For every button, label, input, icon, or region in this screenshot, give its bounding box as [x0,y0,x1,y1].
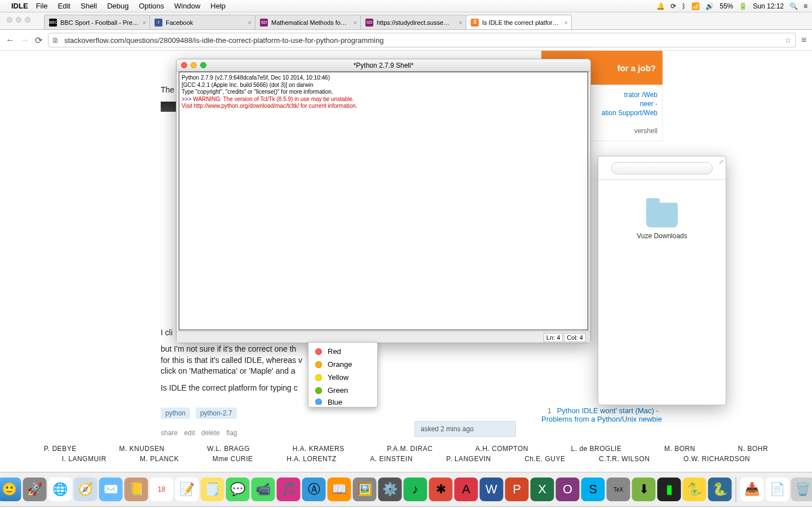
tab-stackoverflow[interactable]: ≣Is IDLE the correct platfor…× [466,15,572,29]
fullscreen-icon[interactable]: ⤢ [719,159,723,165]
finder-icon[interactable]: 🙂 [0,478,21,501]
menu-button[interactable]: ≡ [801,35,806,45]
python-icon[interactable]: 🐍 [708,478,732,501]
tag-list: python python-2.7 [161,408,522,419]
messages-icon[interactable]: 💬 [226,478,250,501]
battery-percent[interactable]: 55% [720,2,733,10]
color-red[interactable]: Red [308,345,377,358]
powerpoint-icon[interactable]: P [505,478,529,501]
related-count: 1 [541,406,551,415]
spotlight-icon[interactable]: 🔍 [789,2,798,10]
close-button[interactable] [7,17,12,23]
minimize-button[interactable] [16,17,21,23]
calendar-icon[interactable]: 18 [150,478,174,501]
delete-link[interactable]: delete [201,429,220,437]
tab-facebook[interactable]: fFacebook× [149,15,255,29]
menu-file[interactable]: File [36,2,48,10]
back-button[interactable]: ← [6,35,15,45]
edit-link[interactable]: edit [184,429,195,437]
color-yellow[interactable]: Yellow [308,371,377,384]
wifi-icon[interactable]: 📶 [691,2,700,10]
flag-link[interactable]: flag [226,429,237,437]
close-tab-icon[interactable]: × [564,19,568,26]
tab-studydirect-2[interactable]: SDhttps://studydirect.susse…× [360,15,466,29]
preview-icon[interactable]: 🖼️ [353,478,377,501]
tab-bbc[interactable]: BBCBBC Sport - Football - Pre…× [44,15,150,29]
volume-icon[interactable]: 🔊 [705,2,714,10]
asked-info: asked 2 mins ago [414,421,516,437]
tab-strip: BBCBBC Sport - Football - Pre…× fFaceboo… [44,15,801,29]
related-link[interactable]: Python IDLE wont' start (Mac) - Problems… [541,406,662,423]
onenote-icon[interactable]: O [556,478,580,501]
mail-icon[interactable]: ✉️ [99,478,123,501]
terminal-icon[interactable]: ▮ [657,478,681,501]
tag-python[interactable]: python [161,408,190,419]
finder-search[interactable] [611,162,713,174]
facetime-icon[interactable]: 📹 [251,478,275,501]
trash-icon[interactable]: 🗑️ [791,478,813,501]
close-tab-icon[interactable]: × [248,19,251,26]
zoom-button[interactable] [25,17,30,23]
acrobat-icon[interactable]: A [454,478,478,501]
folder-icon[interactable] [646,203,678,227]
reload-button[interactable]: ⟳ [35,35,42,46]
menu-extra-icon[interactable]: ≡ [804,2,807,10]
minimize-button[interactable] [191,62,197,68]
close-tab-icon[interactable]: × [459,19,462,26]
idle-titlebar[interactable]: *Python 2.7.9 Shell* [176,59,590,72]
texshop-icon[interactable]: TeX [607,478,630,501]
share-link[interactable]: share [161,429,178,437]
color-tag-menu: Red Orange Yellow Green Blue [308,342,378,408]
forward-button[interactable]: → [20,35,29,45]
tag-python27[interactable]: python-2.7 [196,408,237,419]
menu-debug[interactable]: Debug [107,2,129,10]
tab-studydirect-1[interactable]: SDMathematical Methods fo…× [255,15,361,29]
menu-options[interactable]: Options [139,2,164,10]
chrome-icon[interactable]: 🌐 [48,478,72,501]
menu-edit[interactable]: Edit [58,2,70,10]
clock[interactable]: Sun 12:12 [753,2,784,10]
launchpad-icon[interactable]: 🚀 [23,478,47,501]
color-green[interactable]: Green [308,384,377,397]
sync-icon[interactable]: ⟳ [670,2,676,10]
mathematica-icon[interactable]: ✱ [429,478,453,501]
reminders-icon[interactable]: 📝 [175,478,199,501]
close-tab-icon[interactable]: × [143,19,146,26]
close-button[interactable] [181,62,187,68]
contacts-icon[interactable]: 📒 [125,478,148,501]
battery-icon[interactable]: 🔋 [739,2,747,10]
app-name[interactable]: IDLE [11,2,28,10]
word-icon[interactable]: W [480,478,504,501]
window-controls [7,17,30,23]
color-blue[interactable]: Blue [308,397,377,405]
idle-icon[interactable]: 🐍 [683,478,707,501]
dock: 🙂 🚀 🌐 🧭 ✉️ 📒 18 📝 🗒️ 💬 📹 🎵 Ⓐ 📖 🖼️ ⚙️ ♪ ✱… [0,472,812,507]
downloads-icon[interactable]: 📥 [740,478,764,501]
preferences-icon[interactable]: ⚙️ [378,478,402,501]
tab-label: Is IDLE the correct platfor… [482,19,559,26]
color-orange[interactable]: Orange [308,358,377,371]
idle-shell-content[interactable]: Python 2.7.9 (v2.7.9:648dcafa7e5f, Dec 1… [179,72,588,330]
bluetooth-icon[interactable]: ᛒ [682,2,686,10]
notes-icon[interactable]: 🗒️ [201,478,224,501]
appstore-icon[interactable]: Ⓐ [302,478,326,501]
dock-divider [736,477,736,502]
close-tab-icon[interactable]: × [354,19,357,26]
menu-window[interactable]: Window [174,2,200,10]
notification-icon[interactable]: 🔔 [656,2,665,10]
itunes-icon[interactable]: 🎵 [277,478,301,501]
skype-icon[interactable]: S [581,478,605,501]
url-bar[interactable]: 🗎 stackoverflow.com/questions/28009488/i… [48,33,796,47]
bookmark-icon[interactable]: ☆ [784,36,792,45]
spotify-icon[interactable]: ♪ [404,478,427,501]
menu-shell[interactable]: Shell [81,2,97,10]
tab-label: Facebook [166,19,193,26]
vuze-icon[interactable]: ⬇ [632,478,656,501]
safari-icon[interactable]: 🧭 [74,478,98,501]
orange-dot-icon [315,361,322,368]
zoom-button[interactable] [200,62,206,68]
documents-icon[interactable]: 📄 [766,478,789,501]
excel-icon[interactable]: X [531,478,554,501]
ibooks-icon[interactable]: 📖 [328,478,351,501]
menu-help[interactable]: Help [210,2,226,10]
